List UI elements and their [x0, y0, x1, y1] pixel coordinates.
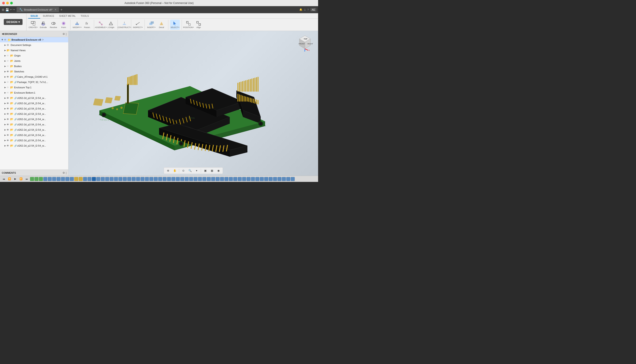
tree-root[interactable]: ▶ 👁 📁 Breadboard Enclosure v8 ⟳ [0, 37, 68, 42]
timeline-step-6[interactable] [52, 177, 56, 181]
tree-item-package[interactable]: ▶ 👁 📂 🔗 Package, TQFP, 32, 7x7x1... [0, 80, 68, 85]
timeline-step-9[interactable] [65, 177, 69, 181]
timeline-step-25[interactable] [136, 177, 140, 181]
timeline-step-17[interactable] [101, 177, 105, 181]
tree-item-origin[interactable]: ▶ 👁 📂 Origin [0, 53, 68, 58]
timeline-step-44[interactable] [220, 177, 224, 181]
pan-tool-button[interactable]: ✋ [172, 168, 178, 173]
design-dropdown-button[interactable]: DESIGN ▾ [4, 19, 23, 25]
minimize-button[interactable] [6, 2, 9, 4]
close-button[interactable] [2, 2, 5, 4]
timeline-step-23[interactable] [127, 177, 131, 181]
press-pull-button[interactable]: MODIFY ▾ [72, 20, 82, 30]
timeline-step-15[interactable] [92, 177, 96, 181]
new-joint-button[interactable]: ASSEMBLE ▾ [96, 20, 106, 30]
help-icon[interactable]: ? [307, 8, 308, 11]
new-component-button[interactable]: CREATE ▾ [28, 20, 38, 30]
timeline-step-3[interactable] [39, 177, 43, 181]
timeline-step-5[interactable] [48, 177, 52, 181]
display-mode-button[interactable]: ▣ [202, 168, 208, 173]
timeline-start-button[interactable]: ⏮ [1, 176, 6, 182]
timeline-step-16[interactable] [96, 177, 100, 181]
timeline-step-50[interactable] [246, 177, 250, 181]
comments-resize-icon[interactable]: | [66, 171, 67, 174]
timeline-step-41[interactable] [207, 177, 211, 181]
zl262-5-eye[interactable]: 👁 [7, 118, 10, 120]
timeline-step-51[interactable] [251, 177, 255, 181]
zl262-2-eye[interactable]: 👁 [7, 102, 10, 105]
timeline-step-49[interactable] [242, 177, 246, 181]
tree-item-zl262-7[interactable]: ▶ 👁 📂 🔗 zl262-2d_p2-54_l2-54_w... [0, 127, 68, 132]
extrude-button[interactable]: Extrude [39, 20, 48, 30]
timeline-step-38[interactable] [193, 177, 197, 181]
tab-add-button[interactable]: + [60, 8, 62, 12]
document-tab[interactable]: 🔧 Breadboard Enclosure v8* ✕ [17, 7, 59, 12]
timeline-step-31[interactable] [163, 177, 167, 181]
tree-item-zl262-5[interactable]: ▶ 👁 📂 🔗 zl262-2d_p2-54_l2-54_w... [0, 116, 68, 122]
tree-item-zl262-6[interactable]: ▶ 👁 📂 🔗 zl262-2d_p2-54_l2-54_w... [0, 122, 68, 127]
timeline-step-52[interactable] [255, 177, 259, 181]
timeline-step-42[interactable] [211, 177, 215, 181]
timeline-step-27[interactable] [145, 177, 149, 181]
undo-icon[interactable]: ↩ [10, 8, 12, 11]
position-joint-button[interactable]: Align [194, 20, 203, 30]
bodies-eye[interactable]: 👁 [7, 65, 10, 68]
timeline-step-48[interactable] [238, 177, 242, 181]
grid-icon[interactable]: ⊞ [2, 8, 5, 12]
tree-item-bodies[interactable]: ▶ 👁 📂 Bodies [0, 64, 68, 69]
timeline-step-18[interactable] [105, 177, 109, 181]
timeline-step-34[interactable] [176, 177, 180, 181]
timeline-step-19[interactable] [110, 177, 114, 181]
tree-item-enc-top[interactable]: ▶ 👁 📂 Enclosure Top:1 [0, 85, 68, 90]
notification-icon[interactable]: 🔔 [299, 8, 302, 11]
form-button[interactable]: Form [59, 20, 69, 30]
tree-item-zl262-1[interactable]: ▶ 👁 📂 🔗 zl262-2d_p2-54_l2-54_w... [0, 95, 68, 101]
construct-button[interactable]: CONSTRUCT ▾ [120, 20, 129, 30]
timeline-step-13[interactable] [83, 177, 87, 181]
comments-settings-icon[interactable]: ⚙ [63, 171, 65, 174]
redo-icon[interactable]: ↪ [13, 8, 15, 11]
timeline-step-29[interactable] [154, 177, 158, 181]
timeline-step-46[interactable] [229, 177, 233, 181]
cairo-eye[interactable]: 👁 [7, 76, 10, 78]
tree-item-zl262-8[interactable]: ▶ 👁 📂 🔗 zl262-2d_p2-54_l2-54_w... [0, 132, 68, 138]
timeline-step-11[interactable] [74, 177, 78, 181]
tree-item-sketches[interactable]: ▶ 👁 📂 Sketches [0, 69, 68, 74]
zl262-6-eye[interactable]: 👁 [7, 123, 10, 126]
tree-item-joints[interactable]: ▶ 👁 📂 Joints [0, 58, 68, 64]
timeline-step-10[interactable] [70, 177, 74, 181]
timeline-step-7[interactable] [57, 177, 61, 181]
root-eye[interactable]: 👁 [4, 38, 8, 41]
timeline-step-24[interactable] [132, 177, 136, 181]
timeline-step-39[interactable] [198, 177, 202, 181]
tab-close-icon[interactable]: ✕ [55, 8, 56, 11]
3d-viewport[interactable]: PCB REV 4 BRD-001 TOP RIGHT FRONT [69, 31, 318, 176]
tab-solid[interactable]: SOLID [28, 14, 40, 18]
browser-settings-icon[interactable]: ⚙ [63, 32, 65, 36]
measure-button[interactable]: INSPECT ▾ [133, 20, 143, 30]
timeline-end-button[interactable]: ⏭ [24, 176, 29, 182]
visual-style-button[interactable]: ▦ [209, 168, 215, 173]
tree-item-zl262-3[interactable]: ▶ 👁 📂 🔗 zl262-2d_p2-54_l2-54_w... [0, 106, 68, 111]
timeline-step-54[interactable] [264, 177, 268, 181]
snap-tool-button[interactable]: ⊕ [165, 168, 171, 173]
timeline-step-59[interactable] [286, 177, 290, 181]
tree-item-zl262-9[interactable]: ▶ 👁 📂 🔗 zl262-2d_p2-54_l2-54_w... [0, 138, 68, 143]
timeline-step-58[interactable] [282, 177, 286, 181]
timeline-step-32[interactable] [167, 177, 171, 181]
tree-item-doc-settings[interactable]: ▶ ⚙ Document Settings [0, 42, 68, 48]
timeline-step-33[interactable] [171, 177, 175, 181]
timeline-step-55[interactable] [269, 177, 273, 181]
tree-item-zl262-4[interactable]: ▶ 👁 📂 🔗 zl262-2d_p2-54_l2-54_w... [0, 111, 68, 116]
timeline-next-button[interactable]: ⏩ [19, 176, 24, 182]
tree-item-cairo[interactable]: ▶ 👁 📂 🔗 Cairo_ATmega_CH340 v4:1 [0, 74, 68, 80]
timeline-step-43[interactable] [216, 177, 220, 181]
zl262-8-eye[interactable]: 👁 [7, 134, 10, 136]
orbit-tool-button[interactable]: ⊙ [180, 168, 186, 173]
enc-bottom-eye[interactable]: 👁 [7, 92, 10, 94]
zl262-3-eye[interactable]: 👁 [7, 107, 10, 110]
tab-surface[interactable]: SURFACE [41, 14, 57, 18]
timeline-step-40[interactable] [202, 177, 206, 181]
zoom-tool-button[interactable]: 🔍 [187, 168, 193, 173]
browser-collapse-icon[interactable]: ◀ [2, 32, 4, 35]
